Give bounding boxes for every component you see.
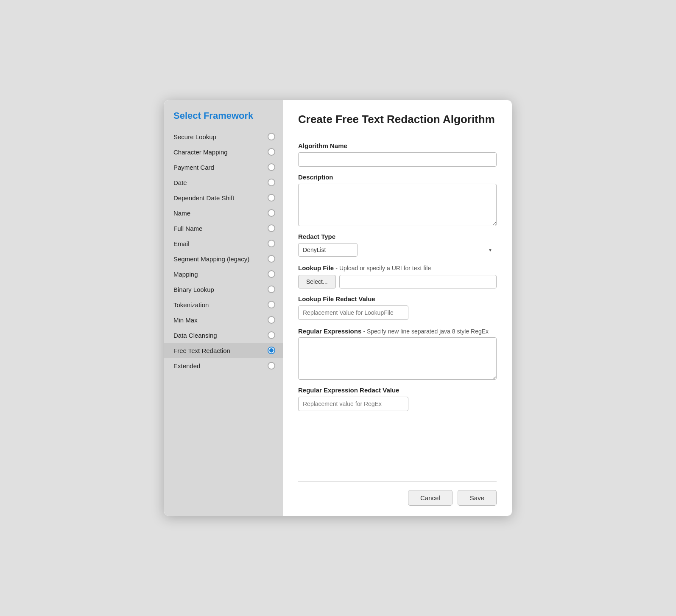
sidebar-item-full-name[interactable]: Full Name <box>164 221 283 236</box>
lookup-file-row: Select... <box>298 275 497 288</box>
sidebar-item-label: Email <box>173 240 190 247</box>
radio-icon <box>268 301 275 308</box>
lookup-file-label-row: Lookup File - Upload or specify a URI fo… <box>298 264 497 272</box>
sidebar-item-label: Mapping <box>173 271 198 278</box>
sidebar-item-label: Character Mapping <box>173 148 228 156</box>
lookup-file-select-button[interactable]: Select... <box>298 275 336 288</box>
dialog: Select Framework Secure LookupCharacter … <box>164 100 512 516</box>
description-input[interactable] <box>298 184 497 226</box>
sidebar-item-label: Dependent Date Shift <box>173 194 234 202</box>
sidebar-item-label: Name <box>173 210 190 217</box>
sidebar-item-mapping[interactable]: Mapping <box>164 266 283 282</box>
regular-expressions-input[interactable] <box>298 337 497 380</box>
algorithm-name-input[interactable] <box>298 152 497 167</box>
radio-icon <box>268 224 275 232</box>
sidebar-item-label: Free Text Redaction <box>173 347 230 354</box>
sidebar-item-label: Min Max <box>173 316 198 324</box>
regular-expressions-note: - Specify new line separated java 8 styl… <box>363 328 489 335</box>
sidebar-item-character-mapping[interactable]: Character Mapping <box>164 144 283 160</box>
footer-divider <box>298 481 497 482</box>
redact-type-select-wrapper: DenyList AllowList <box>298 243 497 257</box>
sidebar-item-label: Extended <box>173 362 200 370</box>
page-title: Create Free Text Redaction Algorithm <box>298 113 497 126</box>
footer-row: Cancel Save <box>298 490 497 506</box>
lookup-file-note: - Upload or specify a URI for text file <box>335 265 431 272</box>
radio-icon <box>268 148 275 156</box>
save-button[interactable]: Save <box>458 490 497 506</box>
sidebar-item-binary-lookup[interactable]: Binary Lookup <box>164 282 283 297</box>
regular-expressions-label: Regular Expressions <box>298 328 361 335</box>
sidebar-title: Select Framework <box>164 107 283 129</box>
sidebar-item-email[interactable]: Email <box>164 236 283 251</box>
sidebar-item-label: Date <box>173 179 187 186</box>
radio-icon <box>268 255 275 263</box>
sidebar-item-label: Payment Card <box>173 164 214 171</box>
radio-icon <box>268 286 275 293</box>
cancel-button[interactable]: Cancel <box>408 490 453 506</box>
lookup-file-redact-value-input[interactable] <box>298 305 408 320</box>
lookup-file-label: Lookup File <box>298 264 334 272</box>
radio-icon <box>268 347 275 354</box>
radio-icon <box>268 194 275 202</box>
sidebar-item-label: Data Cleansing <box>173 332 217 339</box>
radio-icon <box>268 316 275 324</box>
sidebar-item-label: Binary Lookup <box>173 286 214 293</box>
regex-redact-value-label: Regular Expression Redact Value <box>298 386 497 394</box>
radio-icon <box>268 209 275 217</box>
sidebar-item-label: Full Name <box>173 225 202 232</box>
lookup-file-uri-input[interactable] <box>339 275 497 288</box>
sidebar-item-tokenization[interactable]: Tokenization <box>164 297 283 312</box>
sidebar-item-date[interactable]: Date <box>164 175 283 190</box>
sidebar-item-payment-card[interactable]: Payment Card <box>164 160 283 175</box>
sidebar-item-free-text-redaction[interactable]: Free Text Redaction <box>164 343 283 358</box>
sidebar-item-secure-lookup[interactable]: Secure Lookup <box>164 129 283 144</box>
sidebar-item-dependent-date-shift[interactable]: Dependent Date Shift <box>164 190 283 205</box>
redact-type-select[interactable]: DenyList AllowList <box>298 243 358 257</box>
sidebar-item-extended[interactable]: Extended <box>164 358 283 373</box>
radio-icon <box>268 362 275 370</box>
regex-redact-value-input[interactable] <box>298 397 408 411</box>
sidebar-item-label: Secure Lookup <box>173 133 216 140</box>
sidebar-item-label: Segment Mapping (legacy) <box>173 255 249 263</box>
regular-expressions-label-row: Regular Expressions - Specify new line s… <box>298 328 497 335</box>
radio-icon <box>268 240 275 247</box>
sidebar-item-name[interactable]: Name <box>164 205 283 221</box>
radio-icon <box>268 133 275 140</box>
radio-icon <box>268 179 275 186</box>
description-label: Description <box>298 174 497 181</box>
radio-icon <box>268 163 275 171</box>
lookup-file-redact-value-label: Lookup File Redact Value <box>298 295 497 302</box>
radio-icon <box>268 331 275 339</box>
radio-icon <box>268 270 275 278</box>
sidebar-item-segment-mapping-legacy[interactable]: Segment Mapping (legacy) <box>164 251 283 266</box>
sidebar: Select Framework Secure LookupCharacter … <box>164 100 283 516</box>
sidebar-item-min-max[interactable]: Min Max <box>164 312 283 328</box>
main-panel: Create Free Text Redaction Algorithm Alg… <box>283 100 512 516</box>
algorithm-name-label: Algorithm Name <box>298 142 497 149</box>
sidebar-item-label: Tokenization <box>173 301 209 308</box>
redact-type-label: Redact Type <box>298 233 497 240</box>
sidebar-item-data-cleansing[interactable]: Data Cleansing <box>164 328 283 343</box>
